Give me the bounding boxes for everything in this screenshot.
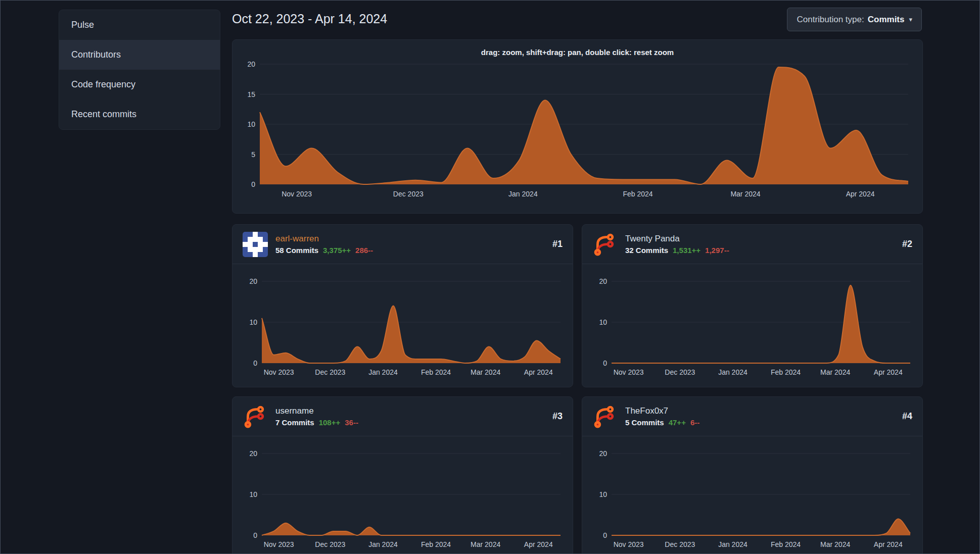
contributor-card-twenty-panda: Twenty Panda 32 Commits 1,531++ 1,297-- … — [582, 224, 923, 387]
additions-count: 47++ — [669, 418, 686, 427]
contributor-meta: Twenty Panda 32 Commits 1,531++ 1,297-- — [625, 234, 729, 255]
contributor-card-header: Twenty Panda 32 Commits 1,531++ 1,297-- … — [582, 225, 922, 264]
sidebar-item-code-frequency[interactable]: Code frequency — [59, 70, 220, 99]
x-axis-label: Mar 2024 — [471, 540, 500, 548]
contributor-meta: TheFox0x7 5 Commits 47++ 6-- — [625, 406, 699, 427]
contribution-type-dropdown[interactable]: Contribution type: Commits ▾ — [787, 8, 922, 31]
additions-count: 1,531++ — [673, 246, 701, 255]
y-axis-label: 10 — [599, 318, 607, 326]
area-series-line — [612, 285, 910, 363]
forgejo-logo-icon — [592, 232, 618, 257]
contributor-name-link[interactable]: earl-warren — [275, 234, 373, 244]
y-axis-label: 0 — [253, 359, 257, 367]
identicon-image — [243, 232, 268, 257]
username-chart[interactable]: 01020Nov 2023Dec 2023Jan 2024Feb 2024Mar… — [238, 441, 569, 554]
contributor-card-header: username 7 Commits 108++ 36-- #3 — [232, 397, 573, 436]
area-series — [262, 306, 561, 363]
chevron-down-icon: ▾ — [909, 16, 912, 23]
rank-badge: #3 — [552, 411, 563, 422]
x-axis-label: Feb 2024 — [623, 190, 652, 198]
deletions-count: 286-- — [355, 246, 373, 255]
contributor-meta: username 7 Commits 108++ 36-- — [275, 406, 358, 427]
x-axis-label: Nov 2023 — [264, 540, 294, 548]
x-axis-label: Mar 2024 — [820, 540, 850, 548]
contributors-page: { "sidebar": { "items": [ { "label": "Pu… — [0, 0, 980, 554]
x-axis-label: Feb 2024 — [421, 540, 451, 548]
y-axis-label: 10 — [599, 490, 607, 498]
x-axis-label: Nov 2023 — [282, 190, 312, 198]
commit-count: 58 Commits — [275, 246, 318, 255]
y-axis-label: 10 — [249, 490, 257, 498]
sidebar: Pulse Contributors Code frequency Recent… — [59, 10, 220, 130]
x-axis-label: Jan 2024 — [368, 368, 398, 376]
area-series — [260, 67, 908, 184]
thefox0x7-chart[interactable]: 01020Nov 2023Dec 2023Jan 2024Feb 2024Mar… — [587, 441, 918, 554]
x-axis-label: Nov 2023 — [264, 368, 294, 376]
identicon-avatar[interactable] — [243, 232, 268, 257]
sidebar-item-label: Code frequency — [71, 79, 135, 89]
forgejo-logo-avatar[interactable] — [592, 232, 618, 257]
x-axis-label: Jan 2024 — [368, 540, 398, 548]
sidebar-item-label: Pulse — [71, 20, 94, 30]
overall-commits-chart[interactable]: 05101520Nov 2023Dec 2023Jan 2024Feb 2024… — [237, 60, 919, 211]
additions-count: 108++ — [319, 418, 341, 427]
deletions-count: 1,297-- — [705, 246, 729, 255]
y-axis-label: 20 — [249, 277, 257, 285]
forgejo-logo-avatar[interactable] — [243, 404, 268, 429]
y-axis-label: 0 — [251, 180, 255, 188]
contribution-type-label: Contribution type: — [797, 15, 864, 25]
contributor-name-link[interactable]: Twenty Panda — [625, 234, 729, 244]
commit-count: 7 Commits — [275, 418, 314, 427]
deletions-count: 6-- — [690, 418, 699, 427]
x-axis-label: Mar 2024 — [730, 190, 760, 198]
x-axis-label: Apr 2024 — [524, 368, 553, 376]
contributor-stats: 7 Commits 108++ 36-- — [275, 418, 358, 427]
y-axis-label: 20 — [249, 449, 257, 458]
x-axis-label: Jan 2024 — [718, 540, 748, 548]
page-title: Oct 22, 2023 - Apr 14, 2024 — [232, 12, 387, 26]
rank-badge: #1 — [552, 239, 563, 249]
sidebar-item-pulse[interactable]: Pulse — [59, 10, 220, 40]
x-axis-label: Apr 2024 — [874, 368, 903, 376]
forgejo-logo-avatar[interactable] — [592, 404, 618, 429]
contributor-name-link[interactable]: TheFox0x7 — [625, 406, 699, 416]
contributor-name-link[interactable]: username — [275, 406, 358, 416]
contributor-card-header: earl-warren 58 Commits 3,375++ 286-- #1 — [232, 225, 573, 264]
contributor-stats: 58 Commits 3,375++ 286-- — [275, 246, 373, 255]
x-axis-label: Mar 2024 — [820, 368, 850, 376]
contributor-card-username: username 7 Commits 108++ 36-- #3 01020No… — [232, 396, 573, 554]
y-axis-label: 5 — [251, 150, 255, 159]
contributor-stats: 32 Commits 1,531++ 1,297-- — [625, 246, 729, 255]
commit-count: 5 Commits — [625, 418, 664, 427]
area-series-line — [262, 306, 561, 363]
y-axis-label: 0 — [253, 531, 257, 539]
area-series — [612, 285, 910, 363]
contributor-cards: earl-warren 58 Commits 3,375++ 286-- #1 … — [232, 224, 923, 554]
forgejo-logo-icon — [592, 404, 618, 429]
x-axis-label: Apr 2024 — [524, 540, 553, 548]
y-axis-label: 20 — [599, 449, 607, 458]
rank-badge: #4 — [902, 411, 912, 422]
earl-warren-chart[interactable]: 01020Nov 2023Dec 2023Jan 2024Feb 2024Mar… — [238, 269, 569, 384]
twenty-panda-chart[interactable]: 01020Nov 2023Dec 2023Jan 2024Feb 2024Mar… — [587, 269, 918, 384]
contributor-stats: 5 Commits 47++ 6-- — [625, 418, 699, 427]
sidebar-item-recent-commits[interactable]: Recent commits — [59, 99, 220, 129]
sidebar-item-label: Recent commits — [71, 109, 136, 119]
y-axis-label: 20 — [247, 60, 255, 68]
x-axis-label: Jan 2024 — [508, 190, 538, 198]
x-axis-label: Nov 2023 — [614, 540, 644, 548]
contributor-card-header: TheFox0x7 5 Commits 47++ 6-- #4 — [582, 397, 922, 436]
rank-badge: #2 — [902, 239, 912, 249]
x-axis-label: Apr 2024 — [846, 190, 875, 198]
y-axis-label: 10 — [247, 120, 255, 128]
x-axis-label: Feb 2024 — [771, 540, 801, 548]
area-series-line — [612, 519, 910, 535]
x-axis-label: Apr 2024 — [874, 540, 903, 548]
x-axis-label: Mar 2024 — [471, 368, 500, 376]
y-axis-label: 10 — [249, 318, 257, 326]
overall-chart-panel: drag: zoom, shift+drag: pan, double clic… — [232, 39, 923, 214]
sidebar-item-contributors[interactable]: Contributors — [59, 40, 220, 70]
x-axis-label: Dec 2023 — [315, 540, 345, 548]
contributor-card-earl-warren: earl-warren 58 Commits 3,375++ 286-- #1 … — [232, 224, 573, 387]
x-axis-label: Dec 2023 — [315, 368, 345, 376]
